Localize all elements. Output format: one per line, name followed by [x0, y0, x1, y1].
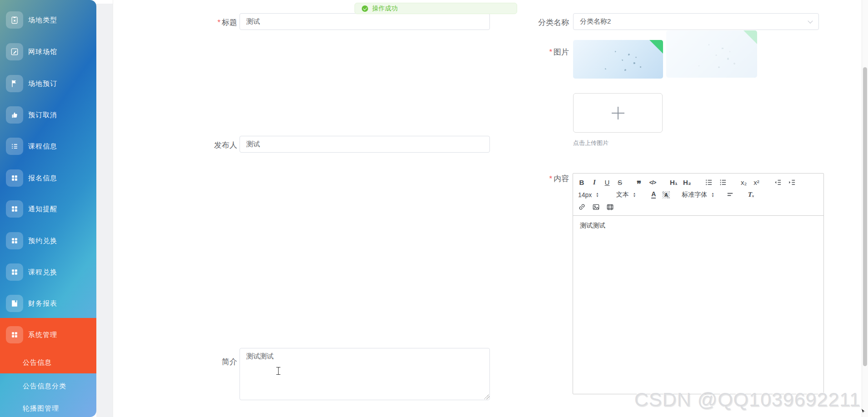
image-label: *图片 — [523, 47, 569, 57]
sidebar-item-financial-report[interactable]: 财务报表 — [0, 293, 96, 313]
sidebar-item-notification[interactable]: 通知提醒 — [0, 199, 96, 219]
required-mark: * — [549, 174, 552, 183]
grid-icon — [6, 169, 23, 187]
sidebar-item-venue-booking[interactable]: 场地预订 — [0, 74, 96, 94]
text-cursor-ibeam — [276, 367, 280, 375]
ordered-list-icon — [705, 179, 713, 186]
sidebar-item-system-management[interactable]: 系统管理 — [0, 318, 96, 352]
subscript-button[interactable]: x₂ — [740, 178, 748, 188]
sidebar-gutter — [96, 4, 113, 417]
sidebar-item-tennis-venue[interactable]: 网球场馆 — [0, 42, 96, 62]
category-label: 分类名称 — [518, 17, 569, 28]
link-button[interactable] — [578, 202, 586, 212]
video-icon — [606, 203, 614, 211]
sidebar-item-label: 场地类型 — [28, 16, 57, 25]
edit-square-icon — [6, 43, 23, 60]
required-mark: * — [549, 48, 552, 56]
header-1-button[interactable]: H₁ — [670, 178, 678, 188]
csdn-watermark: CSDN @QQ1039692211 — [634, 388, 861, 411]
sidebar-item-reservation-exchange[interactable]: 预约兑换 — [0, 231, 96, 251]
sidebar-item-label: 预订取消 — [28, 111, 57, 119]
sidebar-subitem-label: 公告信息 — [23, 358, 52, 367]
sidebar-subitem-announcement-info[interactable]: 公告信息 — [0, 352, 96, 373]
category-select[interactable]: 分类名称2 — [573, 13, 819, 30]
editor-content-area[interactable]: 测试测试 — [573, 216, 823, 396]
grid-icon — [6, 200, 23, 218]
toast-message: 操作成功 — [372, 5, 398, 13]
title-input[interactable] — [239, 13, 490, 30]
font-family-picker[interactable]: 标准字体 — [682, 191, 707, 199]
sidebar-item-label: 课程兑换 — [28, 268, 57, 277]
blockquote-button[interactable]: ❞ — [635, 178, 643, 188]
editor-toolbar: B I U S ❞ </> H₁ H₂ x₂ x² — [573, 174, 823, 216]
background-color-button[interactable]: A — [662, 191, 670, 199]
required-mark: * — [217, 18, 220, 27]
grid-icon — [6, 326, 23, 343]
bold-button[interactable]: B — [578, 178, 585, 188]
title-label: *标题 — [191, 17, 237, 28]
upload-hint: 点击上传图片 — [573, 139, 609, 147]
updown-arrows-icon — [596, 192, 599, 198]
rich-text-editor: B I U S ❞ </> H₁ H₂ x₂ x² — [573, 173, 824, 394]
code-block-button[interactable]: </> — [649, 178, 656, 188]
sidebar-item-label: 课程信息 — [28, 142, 57, 151]
thumbs-up-icon — [6, 106, 23, 124]
clipboard-x-icon — [6, 11, 23, 29]
bullet-list-icon — [719, 179, 727, 186]
clear-format-button[interactable]: Tₓ — [748, 190, 755, 200]
report-book-icon — [6, 295, 23, 312]
strikethrough-button[interactable]: S — [616, 178, 624, 188]
bullet-list-button[interactable] — [719, 178, 727, 188]
sidebar-subitem-label: 公告信息分类 — [23, 382, 66, 391]
italic-button[interactable]: I — [591, 178, 598, 188]
uploaded-image-thumbnail[interactable] — [573, 40, 663, 79]
chevron-down-icon — [808, 18, 813, 23]
success-toast: 操作成功 — [354, 3, 517, 14]
align-icon — [726, 191, 734, 199]
text-style-picker[interactable]: 文本 — [616, 191, 629, 199]
content-label: *内容 — [523, 174, 569, 184]
insert-image-button[interactable] — [592, 202, 600, 212]
sidebar-subitem-announcement-category[interactable]: 公告信息分类 — [0, 375, 96, 397]
sidebar-item-booking-cancel[interactable]: 预订取消 — [0, 105, 96, 125]
outdent-icon — [774, 179, 782, 186]
header-2-button[interactable]: H₂ — [683, 178, 691, 188]
intro-label: 简介 — [191, 357, 237, 367]
indent-button[interactable] — [788, 178, 796, 188]
publisher-label: 发布人 — [191, 140, 237, 150]
text-color-button[interactable]: A — [651, 191, 656, 199]
insert-video-button[interactable] — [606, 202, 614, 212]
sidebar-item-course-exchange[interactable]: 课程兑换 — [0, 262, 96, 282]
sidebar-subitem-carousel-management[interactable]: 轮播图管理 — [0, 397, 96, 417]
sidebar-item-label: 系统管理 — [28, 331, 57, 339]
mouse-cursor-arrow — [861, 408, 866, 414]
font-size-picker[interactable]: 14px — [578, 191, 592, 199]
sidebar-item-course-info[interactable]: 课程信息 — [0, 136, 96, 156]
outdent-button[interactable] — [774, 178, 782, 188]
align-button[interactable] — [726, 190, 734, 200]
sidebar-item-label: 网球场馆 — [28, 48, 57, 56]
image-icon — [592, 203, 600, 211]
list-icon — [6, 138, 23, 155]
category-select-value: 分类名称2 — [580, 17, 611, 26]
ordered-list-button[interactable] — [705, 178, 713, 188]
sidebar-subitem-label: 轮播图管理 — [23, 404, 59, 413]
sidebar-item-registration-info[interactable]: 报名信息 — [0, 168, 96, 188]
sidebar-item-label: 场地预订 — [28, 79, 57, 88]
indent-icon — [788, 179, 796, 186]
link-icon — [578, 203, 586, 211]
page-scrollbar-thumb[interactable] — [863, 67, 867, 366]
textarea-resize-handle[interactable] — [484, 394, 489, 399]
uploaded-image-thumbnail-ghost — [666, 30, 757, 78]
underline-button[interactable]: U — [604, 178, 611, 188]
sidebar-item-label: 财务报表 — [28, 299, 57, 308]
page-scrollbar-track[interactable] — [862, 0, 868, 417]
superscript-button[interactable]: x² — [753, 178, 760, 188]
image-upload-button[interactable] — [573, 93, 663, 133]
publisher-input[interactable] — [239, 136, 490, 153]
sidebar-item-label: 通知提醒 — [28, 205, 57, 213]
app-root: 场地类型 网球场馆 场地预订 预订取消 课程信息 — [0, 0, 868, 417]
grid-icon — [6, 232, 23, 249]
sidebar: 场地类型 网球场馆 场地预订 预订取消 课程信息 — [0, 0, 96, 417]
sidebar-item-venue-type[interactable]: 场地类型 — [0, 10, 96, 30]
